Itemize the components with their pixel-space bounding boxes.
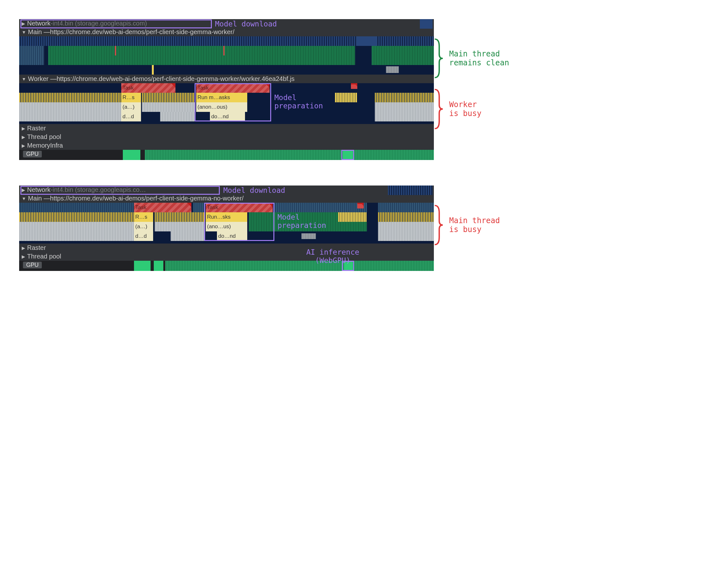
main-label: Main — (28, 195, 50, 202)
download-block[interactable]: do…nd (210, 112, 245, 122)
task-block[interactable]: Task (206, 203, 273, 212)
chevron-right-icon: ▶ (22, 21, 25, 26)
network-label: Network (27, 186, 50, 194)
ann-model-prep: Model preparation (278, 213, 326, 230)
run-micro-block[interactable]: R…s (121, 93, 141, 102)
raster-track-header[interactable]: ▶Raster (19, 124, 434, 133)
run-micro-block[interactable]: R…s (134, 212, 153, 222)
main-thread-flame[interactable] (19, 36, 434, 75)
gpu-label: GPU (23, 151, 42, 158)
gpu-track[interactable]: GPU (19, 150, 434, 160)
side-ann-busy: Main thread is busy (449, 216, 500, 234)
gpu-label: GPU (23, 262, 42, 269)
download-block[interactable]: d…d (121, 112, 141, 122)
threadpool-track-header[interactable]: ▶Thread pool (19, 252, 434, 261)
task-block[interactable]: Task (196, 83, 270, 93)
download-block[interactable]: do…nd (217, 232, 247, 241)
worker-track-header[interactable]: ▼ Worker — https://chrome.dev/web-ai-dem… (19, 75, 434, 83)
ann-model-download: Model download (215, 20, 277, 28)
devtools-perf-panel-worker: ▶ Network -int4.bin (storage.googleapis.… (19, 19, 434, 160)
gpu-track[interactable]: GPU (19, 261, 434, 271)
chevron-down-icon: ▼ (22, 30, 26, 35)
ann-ai-inference: AI inference (WebGPU) (306, 248, 359, 265)
download-block[interactable]: d…d (134, 232, 153, 241)
side-ann-clean: Main thread remains clean (449, 49, 509, 67)
chevron-right-icon: ▶ (22, 143, 25, 148)
main-url: https://chrome.dev/web-ai-demos/perf-cli… (50, 195, 244, 202)
ann-model-download: Model download (223, 186, 285, 195)
main-thread-flame[interactable]: Task Task R…s Run…sks (19, 203, 434, 244)
raster-track-header[interactable]: ▶Raster (19, 244, 434, 252)
main-track-header[interactable]: ▼ Main — https://chrome.dev/web-ai-demos… (19, 194, 434, 203)
chevron-right-icon: ▶ (22, 135, 25, 140)
main-label: Main — (28, 28, 50, 36)
chevron-right-icon: ▶ (22, 254, 25, 259)
threadpool-track-header[interactable]: ▶Thread pool (19, 133, 434, 141)
network-file: -int4.bin (storage.googleapis.com) (50, 20, 147, 27)
main-url: https://chrome.dev/web-ai-demos/perf-cli… (50, 28, 234, 36)
run-sks-block[interactable]: Run…sks (206, 212, 247, 222)
devtools-perf-panel-noworker: ▶ Network -int4.bin (storage.googleapis.… (19, 186, 434, 271)
run-masks-block[interactable]: Run m…asks (196, 93, 247, 102)
worker-label: Worker — (28, 75, 57, 83)
side-ann-busy: Worker is busy (449, 100, 481, 118)
anon-block[interactable]: (a…) (134, 222, 153, 232)
ann-model-prep: Model preparation (274, 93, 323, 110)
memoryinfra-track-header[interactable]: ▶MemoryInfra (19, 141, 434, 150)
network-file: -int4.bin (storage.googleapis.co… (50, 186, 146, 194)
task-block[interactable]: Task (134, 203, 191, 212)
worker-url: https://chrome.dev/web-ai-demos/perf-cli… (57, 75, 295, 83)
worker-flame[interactable]: Task Task R…s Run m…asks (a…) (anon…o (19, 83, 434, 124)
task-block[interactable]: Task (121, 83, 175, 93)
anon-block[interactable]: (anon…ous) (196, 102, 247, 112)
chevron-right-icon: ▶ (22, 246, 25, 251)
chevron-right-icon: ▶ (22, 126, 25, 131)
chevron-down-icon: ▼ (22, 77, 26, 82)
chevron-down-icon: ▼ (22, 196, 26, 201)
chevron-right-icon: ▶ (22, 188, 25, 193)
main-track-header[interactable]: ▼ Main — https://chrome.dev/web-ai-demos… (19, 28, 434, 36)
anon-block[interactable]: (ano…us) (206, 222, 247, 232)
network-label: Network (27, 20, 50, 27)
anon-block[interactable]: (a…) (121, 102, 141, 112)
